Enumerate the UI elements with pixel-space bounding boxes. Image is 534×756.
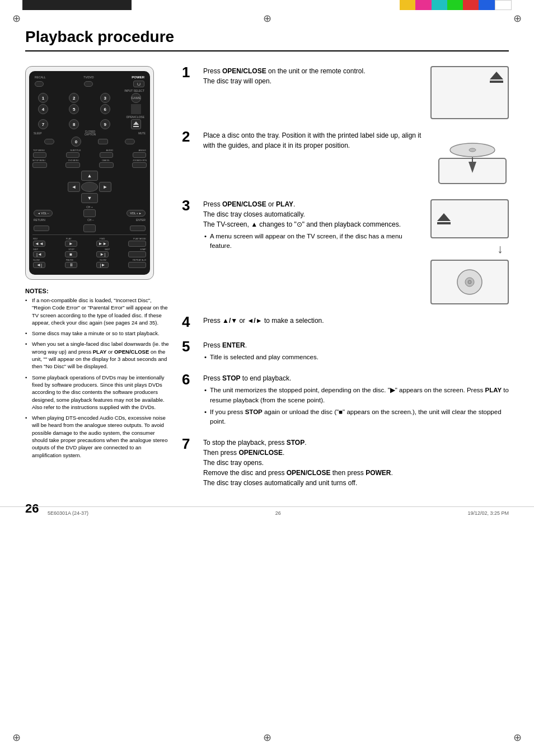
- ch-minus-label: CH –: [87, 218, 93, 222]
- disc-in-tray-svg: [456, 268, 484, 296]
- footer: 5E60301A (24-37) 26 19/12/02, 3:25 PM: [0, 506, 534, 516]
- step-3-text: Press OPEN/CLOSE or PLAY.The disc tray c…: [203, 200, 401, 228]
- right-column: 1 Press OPEN/CLOSE on the unit or the re…: [182, 66, 509, 499]
- eject-triangle-step3: [437, 213, 451, 221]
- ch-minus-btn: [83, 224, 96, 232]
- step-1: 1 Press OPEN/CLOSE on the unit or the re…: [182, 66, 509, 119]
- step-1-text: Press OPEN/CLOSE on the unit or the remo…: [203, 67, 365, 85]
- btn-eject: [131, 119, 141, 129]
- topmenu-label: TOP MENU: [33, 149, 45, 152]
- ch-plus-label: CH +: [32, 205, 147, 209]
- note-item: Some playback operations of DVDs may be …: [25, 374, 171, 411]
- setupmenu-btn: [32, 162, 47, 168]
- footer-left: 5E60301A (24-37): [48, 510, 88, 516]
- step-2-text: Place a disc onto the tray. Position it …: [203, 132, 421, 149]
- note-item: Some discs may take a minute or so to st…: [25, 330, 171, 337]
- mute-label: MUTE: [138, 132, 146, 135]
- rev-btn: ◄◄: [33, 241, 45, 247]
- nav-center-btn: [81, 182, 98, 192]
- step-2-number: 2: [182, 129, 199, 144]
- return-btn: [34, 226, 49, 231]
- step-6: 6 Press STOP to end playback. The unit m…: [182, 373, 509, 426]
- svg-point-7: [468, 280, 471, 284]
- step-3-illustration: ↓: [430, 199, 509, 304]
- audio-btn: [100, 152, 113, 158]
- step-6-number: 6: [182, 372, 199, 387]
- step-3-sub: A menu screen will appear on the TV scre…: [203, 232, 425, 251]
- pause-label: PAUSE: [66, 259, 73, 261]
- nav-right-btn: ►: [99, 182, 111, 192]
- skip-right-btn: ►|: [96, 251, 109, 257]
- nav-left-btn: ◄: [68, 182, 80, 192]
- eject-triangle: [490, 72, 503, 79]
- zoomchrtn-label: ZOOM/CH RTN: [133, 159, 147, 162]
- eject-icon: [490, 72, 503, 83]
- btn-5: 5: [69, 104, 79, 114]
- enter-btn: [130, 226, 146, 231]
- svg-rect-0: [439, 158, 506, 184]
- vol-minus-btn: ◄ VOL –: [34, 210, 53, 217]
- nav-down-btn: ▼: [81, 193, 98, 203]
- step-4-content: Press ▲/▼ or ◄/► to make a selection.: [203, 316, 509, 326]
- arrow-down-step3: ↓: [430, 242, 509, 256]
- step-6-text: Press STOP to end playback.: [203, 374, 291, 382]
- open-close-label: OPEN/CLOSE: [32, 115, 147, 119]
- eject-bar: [490, 81, 503, 83]
- input-select-label: INPUT SELECT: [32, 89, 147, 92]
- step-2-illustration: [436, 130, 509, 188]
- power-label: POWER: [132, 76, 144, 79]
- tray-box-step3: [430, 199, 509, 238]
- tvdvd-label: TV/DVD: [83, 76, 93, 79]
- footer-right: 19/12/02, 3:25 PM: [467, 510, 509, 516]
- step-7-content: To stop the playback, press STOP.Then pr…: [203, 438, 509, 488]
- btn-7: 7: [38, 119, 48, 129]
- jump-label: JUMP: [140, 248, 146, 251]
- step-2: 2 Place a disc onto the tray. Position i…: [182, 130, 509, 188]
- audio-label: AUDIO: [106, 149, 114, 152]
- btn-placeholder: [131, 104, 141, 114]
- step-7: 7 To stop the playback, press STOP.Then …: [182, 438, 509, 488]
- topmenu-btn: [33, 152, 46, 158]
- svg-point-2: [469, 148, 476, 152]
- subtitle-btn: [66, 152, 79, 158]
- repeat-ab-label: REPEAT A–B: [133, 259, 146, 261]
- cc-label: CLOSEDCAPTION: [85, 130, 96, 136]
- notes-list: If a non-compatible disc is loaded, "Inc…: [25, 297, 171, 459]
- page-title: Playback procedure: [25, 28, 509, 51]
- remote-illustration: RECALL TV/DVD POWER INPUT SELECT: [25, 66, 154, 280]
- step-3: 3 Press OPEN/CLOSE or PLAY.The disc tray…: [182, 199, 509, 304]
- setupmenu-label: SETUP MENU: [32, 159, 45, 162]
- step-2-content: Place a disc onto the tray. Position it …: [203, 130, 430, 151]
- btn-9: 9: [100, 119, 110, 129]
- skip-right-label: SKIP: [105, 248, 110, 251]
- reg-mark-bottom-right: ⊕: [513, 731, 522, 744]
- playmode-label: PLAY MODE: [133, 237, 146, 240]
- disc-tray-closed: [430, 66, 509, 119]
- eject-icon-step3: [437, 213, 451, 224]
- slow-right-label: SLOW: [100, 259, 106, 261]
- note-item: If a non-compatible disc is loaded, "Inc…: [25, 297, 171, 326]
- nav-up-btn: ▲: [81, 171, 98, 181]
- playmode-btn: [128, 241, 146, 247]
- reg-mark-bottom-left: ⊕: [12, 731, 21, 744]
- angle-btn: [133, 152, 146, 158]
- step-1-number: 1: [182, 65, 199, 79]
- step-5-sub: Title is selected and play commences.: [203, 353, 509, 362]
- step-4-text: Press ▲/▼ or ◄/► to make a selection.: [203, 317, 324, 325]
- btn-game: GAME: [131, 93, 141, 103]
- notes-section: NOTES: If a non-compatible disc is loade…: [25, 288, 171, 459]
- cc-btn: [98, 139, 108, 144]
- note-item: When playing DTS-encoded Audio CDs, exce…: [25, 414, 171, 459]
- rev-label: REV: [33, 237, 38, 240]
- step-5-text: Press ENTER.: [203, 341, 247, 349]
- nav-empty-tr: [99, 171, 111, 181]
- slow-left-btn: ◄|: [33, 262, 45, 268]
- dvdmenu-btn: [65, 162, 80, 168]
- step-5-content: Press ENTER. Title is selected and play …: [203, 340, 509, 362]
- eject-bar-step3: [437, 222, 451, 224]
- btn-6: 6: [100, 104, 110, 114]
- sleep-btn: [44, 139, 54, 144]
- note-item: When you set a single-faced disc label d…: [25, 340, 171, 370]
- disc-tray-svg: [436, 130, 509, 186]
- step-5: 5 Press ENTER. Title is selected and pla…: [182, 340, 509, 362]
